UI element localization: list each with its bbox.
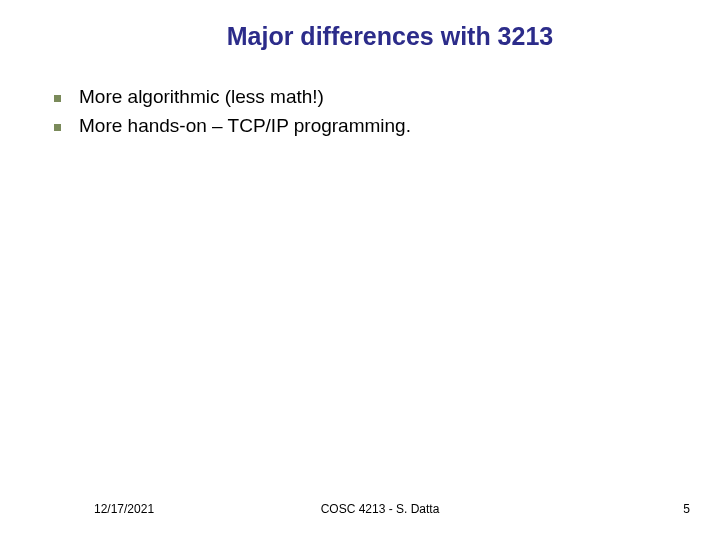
slide-title: Major differences with 3213 [0, 22, 720, 51]
footer-page-number: 5 [683, 502, 690, 516]
content-area: More algorithmic (less math!) More hands… [54, 85, 680, 142]
list-item: More hands-on – TCP/IP programming. [54, 114, 680, 139]
square-bullet-icon [54, 95, 61, 102]
footer-center: COSC 4213 - S. Datta [0, 502, 720, 516]
square-bullet-icon [54, 124, 61, 131]
bullet-text: More hands-on – TCP/IP programming. [79, 114, 411, 139]
slide: Major differences with 3213 More algorit… [0, 0, 720, 540]
list-item: More algorithmic (less math!) [54, 85, 680, 110]
bullet-text: More algorithmic (less math!) [79, 85, 324, 110]
